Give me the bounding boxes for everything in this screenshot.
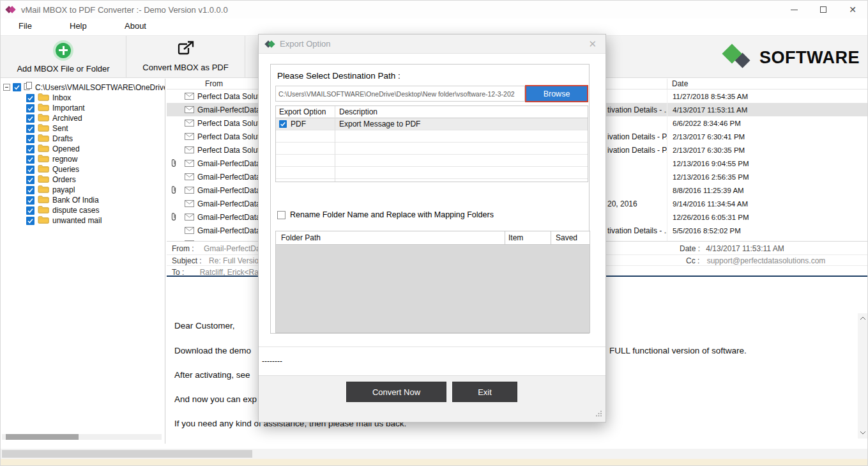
pdf-export-row[interactable]: PDF Export Message to PDF	[276, 118, 588, 130]
folder-list: Inbox Important Archived	[1, 93, 165, 226]
folder-checkbox[interactable]	[26, 166, 34, 174]
tree-horizontal-scrollbar[interactable]	[2, 434, 162, 440]
tree-root-node[interactable]: C:\Users\VMAILSOFTWARE\OneDrive\D	[1, 82, 165, 93]
maximize-icon	[820, 6, 826, 13]
mail-date: 12/13/2016 2:56:35 PM	[667, 170, 868, 183]
tree-scroll-thumb[interactable]	[6, 434, 79, 440]
convert-mbox-button[interactable]: Convert MBOX as PDF	[126, 36, 245, 77]
mailbox-icon	[24, 82, 33, 93]
folder-name: unwanted mail	[52, 216, 102, 225]
browse-button[interactable]: Browse	[525, 85, 588, 102]
dialog-close-button[interactable]: ✕	[588, 38, 597, 50]
item-column: Item	[508, 233, 523, 242]
preview-vertical-scrollbar[interactable]	[858, 313, 868, 439]
root-label: C:\Users\VMAILSOFTWARE\OneDrive\D	[35, 83, 165, 92]
envelope-icon	[181, 120, 197, 127]
folder-name: Orders	[52, 175, 76, 184]
mail-date: 8/8/2016 11:25:39 AM	[667, 183, 868, 197]
pdf-option-label: PDF	[291, 120, 306, 128]
paperclip-icon	[167, 212, 181, 222]
export-option-dialog: Export Option ✕ Please Select Destinatio…	[258, 34, 606, 423]
brand-logo: SOFTWARE	[724, 45, 860, 70]
root-checkbox[interactable]	[13, 83, 21, 91]
folder-path-column: Folder Path	[281, 233, 321, 242]
scroll-up-icon	[860, 316, 866, 320]
tree-folder-item[interactable]: Queries	[1, 164, 165, 175]
tree-folder-item[interactable]: unwanted mail	[1, 215, 165, 226]
empty-row	[276, 167, 588, 179]
folder-checkbox[interactable]	[26, 114, 34, 123]
tree-folder-item[interactable]: Sent	[1, 123, 165, 134]
destination-path-input[interactable]	[275, 86, 525, 102]
tree-folder-item[interactable]: Orders	[1, 175, 165, 185]
folder-checkbox[interactable]	[26, 217, 34, 225]
folder-icon	[38, 215, 49, 226]
menu-help[interactable]: Help	[70, 21, 87, 31]
empty-row	[276, 143, 588, 155]
empty-row	[276, 130, 588, 143]
mail-date: 2/13/2017 6:30:41 PM	[667, 130, 868, 143]
saved-column: Saved	[556, 233, 577, 242]
preview-cc-label: Cc :	[686, 256, 699, 265]
folder-name: Drafts	[52, 134, 73, 143]
collapse-icon[interactable]	[3, 84, 10, 91]
mail-date: 2/13/2017 6:30:35 PM	[667, 143, 868, 157]
folder-name: regnow	[52, 155, 77, 164]
tree-folder-item[interactable]: Archived	[1, 113, 165, 123]
column-header-date[interactable]: Date	[672, 79, 688, 88]
export-option-column: Export Option	[279, 107, 326, 116]
dialog-body: Please Select Destination Path : Browse …	[259, 54, 605, 422]
folder-checkbox[interactable]	[26, 155, 34, 164]
horizontal-scroll-thumb[interactable]	[2, 450, 252, 458]
column-divider[interactable]	[667, 79, 667, 89]
folder-checkbox[interactable]	[26, 125, 34, 133]
dialog-separator	[259, 346, 605, 347]
resize-grip[interactable]	[595, 408, 602, 419]
folder-checkbox[interactable]	[26, 176, 34, 184]
horizontal-scrollbar[interactable]	[1, 449, 868, 459]
body-line-2-right: FULL functional version of software.	[609, 346, 747, 355]
folder-checkbox[interactable]	[26, 206, 34, 215]
app-logo-icon	[6, 4, 16, 15]
rename-checkbox[interactable]	[277, 211, 286, 219]
mail-date: 11/27/2018 8:54:35 AM	[667, 89, 868, 103]
folder-checkbox[interactable]	[26, 145, 34, 153]
dialog-title-bar[interactable]: Export Option ✕	[259, 35, 605, 54]
body-line-2-left: Download the demo	[174, 346, 251, 355]
folder-checkbox[interactable]	[26, 135, 34, 143]
tree-folder-item[interactable]: Drafts	[1, 134, 165, 144]
destination-path-label: Please Select Destination Path :	[277, 71, 400, 81]
mail-date: 4/13/2017 11:53:11 AM	[667, 103, 868, 116]
bottom-strip	[1, 459, 868, 466]
tree-folder-item[interactable]: Important	[1, 103, 165, 113]
tree-folder-item[interactable]: Opened	[1, 144, 165, 154]
scroll-down-icon	[860, 431, 866, 435]
tree-folder-item[interactable]: dispute cases	[1, 205, 165, 215]
tree-folder-item[interactable]: Inbox	[1, 93, 165, 103]
tree-folder-item[interactable]: regnow	[1, 154, 165, 164]
add-mbox-button[interactable]: Add MBOX File or Folder	[1, 36, 126, 77]
description-column: Description	[339, 107, 377, 116]
maximize-button[interactable]	[809, 1, 838, 19]
add-mbox-label: Add MBOX File or Folder	[17, 64, 109, 74]
tree-folder-item[interactable]: Bank Of India	[1, 195, 165, 205]
minimize-button[interactable]	[779, 1, 809, 19]
menu-file[interactable]: File	[19, 21, 32, 31]
add-plus-icon	[53, 40, 73, 61]
close-button[interactable]: ✕	[838, 1, 867, 19]
menu-about[interactable]: About	[125, 21, 146, 31]
column-header-from[interactable]: From	[205, 79, 223, 88]
pdf-checkbox[interactable]	[279, 120, 287, 128]
folder-checkbox[interactable]	[26, 94, 34, 102]
brand-text: SOFTWARE	[759, 48, 860, 68]
preview-subject-label: Subject :	[172, 256, 202, 265]
exit-button[interactable]: Exit	[452, 382, 517, 402]
tree-folder-item[interactable]: payapl	[1, 185, 165, 195]
rename-folder-option[interactable]: Rename Folder Name and Replace with Mapp…	[277, 210, 494, 219]
folder-checkbox[interactable]	[26, 104, 34, 113]
mail-date: 12/26/2016 6:05:31 PM	[667, 210, 868, 224]
convert-now-button[interactable]: Convert Now	[346, 382, 446, 402]
close-icon: ✕	[849, 5, 857, 14]
folder-checkbox[interactable]	[26, 186, 34, 194]
folder-checkbox[interactable]	[26, 196, 34, 205]
